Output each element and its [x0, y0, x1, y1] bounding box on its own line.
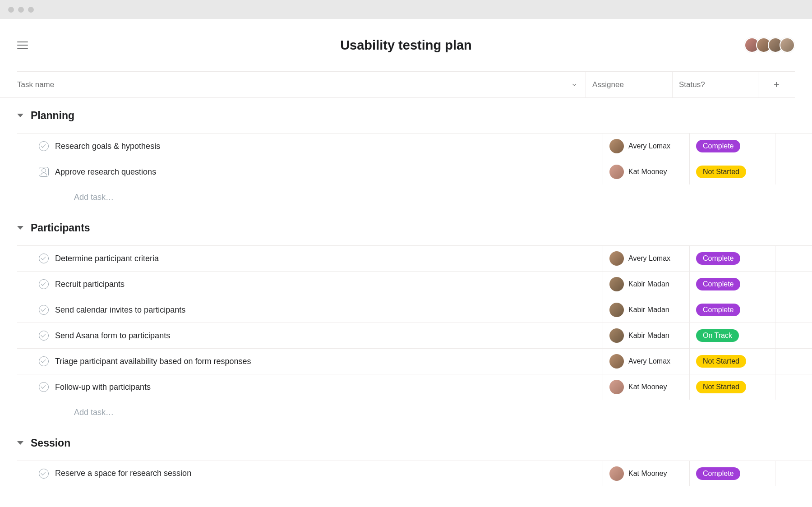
assignee-cell[interactable]: Avery Lomax [603, 349, 689, 374]
traffic-close-icon[interactable] [8, 7, 14, 13]
section-header[interactable]: Planning [17, 98, 812, 133]
task-row[interactable]: Determine participant criteriaAvery Loma… [17, 245, 812, 271]
extra-cell [775, 134, 812, 159]
check-circle-icon[interactable] [39, 331, 49, 341]
traffic-minimize-icon[interactable] [18, 7, 24, 13]
hamburger-menu-icon[interactable] [17, 40, 28, 51]
task-main[interactable]: Research goals & hypothesis [17, 141, 603, 151]
task-main[interactable]: Follow-up with participants [17, 382, 603, 392]
section-header[interactable]: Session [17, 425, 812, 461]
section: ParticipantsDetermine participant criter… [0, 210, 812, 425]
assignee-name: Kabir Madan [628, 306, 669, 314]
check-circle-icon[interactable] [39, 305, 49, 315]
status-cell[interactable]: Complete [689, 246, 775, 271]
task-row[interactable]: Triage participant availability based on… [17, 348, 812, 374]
extra-cell [775, 323, 812, 348]
assignee-cell[interactable]: Avery Lomax [603, 246, 689, 271]
extra-cell [775, 159, 812, 184]
section-title: Planning [31, 110, 74, 122]
check-circle-icon[interactable] [39, 356, 49, 366]
status-cell[interactable]: Not Started [689, 159, 775, 184]
section-header[interactable]: Participants [17, 210, 812, 245]
assignee-name: Avery Lomax [628, 254, 670, 263]
add-task-button[interactable]: Add task… [17, 184, 812, 210]
check-circle-icon[interactable] [39, 469, 49, 479]
collapse-triangle-icon[interactable] [17, 226, 23, 230]
assignee-name: Kat Mooney [628, 470, 667, 478]
status-cell[interactable]: Complete [689, 297, 775, 323]
task-main[interactable]: Triage participant availability based on… [17, 356, 603, 366]
approval-icon[interactable] [39, 167, 49, 177]
section-title: Session [31, 437, 70, 449]
collapse-triangle-icon[interactable] [17, 441, 23, 445]
status-cell[interactable]: Not Started [689, 374, 775, 400]
check-circle-icon[interactable] [39, 141, 49, 151]
assignee-cell[interactable]: Kabir Madan [603, 272, 689, 297]
plus-icon: + [774, 79, 780, 91]
collapse-triangle-icon[interactable] [17, 114, 23, 117]
task-title: Send calendar invites to participants [55, 305, 185, 315]
task-title: Determine participant criteria [55, 254, 159, 263]
assignee-cell[interactable]: Avery Lomax [603, 134, 689, 159]
collaborator-avatars[interactable] [744, 37, 795, 53]
assignee-name: Avery Lomax [628, 357, 670, 365]
task-row[interactable]: Recruit participantsKabir MadanComplete [17, 271, 812, 297]
task-row[interactable]: Follow-up with participantsKat MooneyNot… [17, 374, 812, 400]
task-title: Recruit participants [55, 280, 125, 289]
assignee-avatar [609, 328, 624, 343]
extra-cell [775, 297, 812, 323]
task-title: Approve research questions [55, 167, 156, 177]
assignee-cell[interactable]: Kat Mooney [603, 374, 689, 400]
task-row[interactable]: Reserve a space for research sessionKat … [17, 461, 812, 486]
task-main[interactable]: Determine participant criteria [17, 254, 603, 263]
task-row[interactable]: Approve research questionsKat MooneyNot … [17, 159, 812, 184]
check-circle-icon[interactable] [39, 254, 49, 263]
assignee-avatar [609, 277, 624, 291]
traffic-zoom-icon[interactable] [28, 7, 34, 13]
collaborator-avatar[interactable] [780, 37, 795, 53]
extra-cell [775, 272, 812, 297]
task-row[interactable]: Research goals & hypothesisAvery LomaxCo… [17, 133, 812, 159]
assignee-avatar [609, 380, 624, 394]
task-title: Follow-up with participants [55, 383, 151, 392]
section: PlanningResearch goals & hypothesisAvery… [0, 98, 812, 210]
status-badge: Complete [696, 467, 740, 480]
task-main[interactable]: Recruit participants [17, 279, 603, 289]
status-cell[interactable]: Not Started [689, 349, 775, 374]
task-main[interactable]: Reserve a space for research session [17, 469, 603, 479]
assignee-cell[interactable]: Kat Mooney [603, 461, 689, 486]
check-circle-icon[interactable] [39, 382, 49, 392]
columns-header: Task name Assignee Status? + [0, 72, 795, 98]
task-main[interactable]: Send calendar invites to participants [17, 305, 603, 315]
assignee-name: Kabir Madan [628, 280, 669, 288]
assignee-avatar [609, 139, 624, 153]
task-title: Research goals & hypothesis [55, 142, 160, 151]
add-task-button[interactable]: Add task… [17, 400, 812, 425]
task-title: Reserve a space for research session [55, 469, 191, 478]
assignee-cell[interactable]: Kabir Madan [603, 323, 689, 348]
column-status[interactable]: Status? [672, 72, 758, 97]
assignee-cell[interactable]: Kabir Madan [603, 297, 689, 323]
assignee-name: Kabir Madan [628, 332, 669, 340]
status-badge: On Track [696, 329, 739, 342]
chevron-down-icon[interactable] [571, 82, 577, 88]
status-cell[interactable]: Complete [689, 272, 775, 297]
status-badge: Complete [696, 304, 740, 316]
add-column-button[interactable]: + [758, 72, 795, 97]
column-assignee[interactable]: Assignee [586, 72, 672, 97]
assignee-cell[interactable]: Kat Mooney [603, 159, 689, 184]
status-cell[interactable]: Complete [689, 461, 775, 486]
check-circle-icon[interactable] [39, 279, 49, 289]
extra-cell [775, 246, 812, 271]
assignee-avatar [609, 165, 624, 179]
task-row[interactable]: Send Asana form to participantsKabir Mad… [17, 323, 812, 348]
status-cell[interactable]: Complete [689, 134, 775, 159]
task-main[interactable]: Approve research questions [17, 167, 603, 177]
section: SessionReserve a space for research sess… [0, 425, 812, 486]
assignee-avatar [609, 466, 624, 481]
task-main[interactable]: Send Asana form to participants [17, 331, 603, 341]
status-badge: Complete [696, 278, 740, 290]
status-cell[interactable]: On Track [689, 323, 775, 348]
task-row[interactable]: Send calendar invites to participantsKab… [17, 297, 812, 323]
column-task-name[interactable]: Task name [17, 80, 586, 89]
